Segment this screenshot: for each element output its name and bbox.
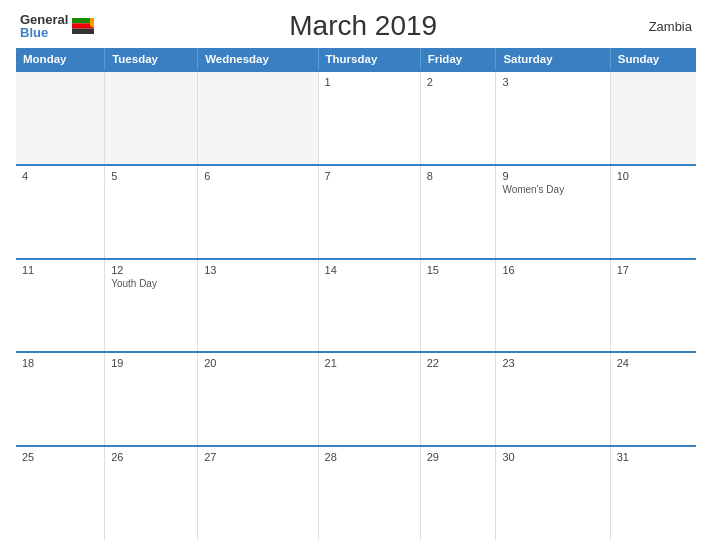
day-number: 5 — [111, 170, 191, 182]
day-cell: 1 — [318, 71, 420, 165]
week-row-4: 18192021222324 — [16, 352, 696, 446]
day-cell: 23 — [496, 352, 610, 446]
day-number: 18 — [22, 357, 98, 369]
day-number: 27 — [204, 451, 311, 463]
calendar-header-row: Monday Tuesday Wednesday Thursday Friday… — [16, 48, 696, 71]
calendar-header: General Blue March 2019 Zambia — [16, 10, 696, 42]
day-number: 25 — [22, 451, 98, 463]
day-number: 12 — [111, 264, 191, 276]
day-number: 14 — [325, 264, 414, 276]
calendar-page: General Blue March 2019 Zambia Monday Tu… — [0, 0, 712, 550]
day-cell: 24 — [610, 352, 696, 446]
day-number: 29 — [427, 451, 490, 463]
day-number: 4 — [22, 170, 98, 182]
week-row-3: 1112Youth Day1314151617 — [16, 259, 696, 353]
country-label: Zambia — [632, 19, 692, 34]
day-cell: 17 — [610, 259, 696, 353]
day-number: 28 — [325, 451, 414, 463]
day-cell: 8 — [420, 165, 496, 259]
day-cell: 9Women's Day — [496, 165, 610, 259]
day-number: 6 — [204, 170, 311, 182]
day-cell: 7 — [318, 165, 420, 259]
day-number: 15 — [427, 264, 490, 276]
day-cell: 22 — [420, 352, 496, 446]
day-cell — [610, 71, 696, 165]
day-number: 3 — [502, 76, 603, 88]
day-cell: 14 — [318, 259, 420, 353]
week-row-5: 25262728293031 — [16, 446, 696, 540]
day-cell — [16, 71, 105, 165]
day-cell: 5 — [105, 165, 198, 259]
day-cell — [198, 71, 318, 165]
day-number: 19 — [111, 357, 191, 369]
calendar-grid: Monday Tuesday Wednesday Thursday Friday… — [16, 48, 696, 540]
logo-blue: Blue — [20, 26, 68, 39]
day-number: 20 — [204, 357, 311, 369]
day-cell: 11 — [16, 259, 105, 353]
day-cell: 20 — [198, 352, 318, 446]
day-number: 2 — [427, 76, 490, 88]
col-tuesday: Tuesday — [105, 48, 198, 71]
col-monday: Monday — [16, 48, 105, 71]
day-cell: 25 — [16, 446, 105, 540]
day-number: 23 — [502, 357, 603, 369]
day-number: 9 — [502, 170, 603, 182]
day-cell: 21 — [318, 352, 420, 446]
month-title: March 2019 — [94, 10, 632, 42]
day-cell: 28 — [318, 446, 420, 540]
day-cell: 3 — [496, 71, 610, 165]
day-cell: 30 — [496, 446, 610, 540]
day-number: 13 — [204, 264, 311, 276]
col-sunday: Sunday — [610, 48, 696, 71]
holiday-label: Youth Day — [111, 278, 191, 289]
day-number: 10 — [617, 170, 690, 182]
day-cell: 31 — [610, 446, 696, 540]
day-cell: 18 — [16, 352, 105, 446]
holiday-label: Women's Day — [502, 184, 603, 195]
day-cell: 16 — [496, 259, 610, 353]
day-number: 30 — [502, 451, 603, 463]
col-friday: Friday — [420, 48, 496, 71]
col-wednesday: Wednesday — [198, 48, 318, 71]
col-thursday: Thursday — [318, 48, 420, 71]
logo: General Blue — [20, 13, 94, 39]
day-cell: 15 — [420, 259, 496, 353]
day-cell — [105, 71, 198, 165]
day-cell: 29 — [420, 446, 496, 540]
calendar-table: Monday Tuesday Wednesday Thursday Friday… — [16, 48, 696, 540]
day-cell: 27 — [198, 446, 318, 540]
day-number: 17 — [617, 264, 690, 276]
day-number: 21 — [325, 357, 414, 369]
day-number: 11 — [22, 264, 98, 276]
day-number: 1 — [325, 76, 414, 88]
svg-rect-3 — [72, 29, 94, 34]
day-cell: 10 — [610, 165, 696, 259]
day-number: 24 — [617, 357, 690, 369]
day-number: 31 — [617, 451, 690, 463]
day-cell: 19 — [105, 352, 198, 446]
week-row-2: 456789Women's Day10 — [16, 165, 696, 259]
day-cell: 13 — [198, 259, 318, 353]
day-cell: 2 — [420, 71, 496, 165]
day-number: 8 — [427, 170, 490, 182]
day-cell: 6 — [198, 165, 318, 259]
day-cell: 26 — [105, 446, 198, 540]
week-row-1: 123 — [16, 71, 696, 165]
day-cell: 12Youth Day — [105, 259, 198, 353]
day-number: 22 — [427, 357, 490, 369]
col-saturday: Saturday — [496, 48, 610, 71]
day-number: 7 — [325, 170, 414, 182]
day-cell: 4 — [16, 165, 105, 259]
day-number: 26 — [111, 451, 191, 463]
logo-flag-icon — [72, 18, 94, 34]
day-number: 16 — [502, 264, 603, 276]
